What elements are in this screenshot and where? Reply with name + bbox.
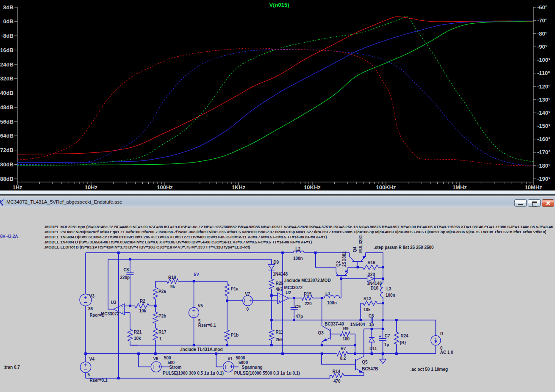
svg-text:-170°: -170°	[537, 149, 550, 155]
svg-text:V1: V1	[228, 356, 233, 361]
svg-text:+: +	[379, 334, 381, 339]
svg-text:R17: R17	[158, 330, 166, 334]
svg-text:Q2: Q2	[336, 261, 341, 267]
svg-text:R15: R15	[304, 292, 312, 296]
svg-text:L2: L2	[295, 247, 300, 251]
svg-text:I1: I1	[440, 331, 444, 336]
svg-text:{R}: {R}	[400, 340, 406, 345]
svg-text:D10: D10	[371, 286, 379, 290]
svg-text:8V~/3.2A: 8V~/3.2A	[0, 234, 18, 239]
svg-text:Q3: Q3	[318, 331, 324, 335]
svg-text:BC337-40: BC337-40	[325, 322, 344, 326]
svg-text:-32dB: -32dB	[0, 75, 14, 82]
svg-text:R25: R25	[276, 281, 284, 286]
svg-text:R2: R2	[140, 299, 145, 304]
svg-text:1KHz: 1KHz	[232, 184, 246, 190]
svg-text:Strom: Strom	[169, 365, 182, 370]
svg-text:5000: 5000	[239, 360, 248, 365]
svg-text:.step param R list 25 250 2500: .step param R list 25 250 2500	[374, 245, 434, 250]
svg-text:V5: V5	[198, 304, 203, 308]
svg-text:R9: R9	[343, 326, 349, 331]
svg-text:.include TL431A.mod: .include TL431A.mod	[180, 347, 223, 352]
svg-text:100n: 100n	[327, 301, 337, 305]
svg-text:0dB: 0dB	[3, 18, 14, 25]
svg-text:Q4: Q4	[352, 246, 357, 252]
svg-text:10k: 10k	[139, 309, 147, 313]
svg-text:-110°: -110°	[537, 70, 550, 76]
svg-text:5V: 5V	[194, 272, 200, 277]
svg-text:Rser=0.1: Rser=0.1	[90, 378, 108, 383]
svg-text:V4: V4	[89, 357, 95, 362]
svg-text:0.2: 0.2	[340, 356, 346, 361]
svg-text:100: 100	[342, 337, 350, 341]
svg-text:-: -	[279, 293, 280, 298]
svg-text:MC33072: MC33072	[101, 312, 119, 316]
svg-text:220: 220	[305, 301, 312, 306]
svg-text:-80°: -80°	[537, 30, 547, 37]
svg-text:36: 36	[88, 306, 93, 311]
svg-text:8dB: 8dB	[3, 4, 14, 11]
svg-text:1N4148: 1N4148	[367, 281, 382, 286]
svg-text:D9: D9	[273, 260, 279, 265]
svg-text:MC33072: MC33072	[284, 285, 303, 290]
svg-text:47p: 47p	[296, 314, 303, 319]
svg-text:MJL3281: MJL3281	[358, 235, 363, 253]
svg-text:L1: L1	[325, 291, 330, 296]
svg-text:-160°: -160°	[537, 136, 550, 142]
svg-text:100n: 100n	[293, 256, 303, 261]
svg-text:220p: 220p	[120, 275, 130, 280]
svg-text:-88dB: -88dB	[0, 176, 14, 182]
svg-text:.MODEL 1N5404 D(IS=2.61339e-12: .MODEL 1N5404 D(IS=2.61339e-12 RS=0.0110…	[44, 235, 327, 239]
svg-text:AC 1 0: AC 1 0	[440, 350, 454, 355]
svg-text:D11: D11	[369, 346, 377, 351]
svg-text:1µ: 1µ	[384, 342, 389, 347]
svg-text:9k: 9k	[170, 284, 175, 289]
svg-text:1Hz: 1Hz	[12, 184, 22, 190]
svg-text:100KHz: 100KHz	[376, 184, 396, 190]
svg-text:R18: R18	[168, 275, 176, 280]
svg-text:.MODEL 1N4004 D (IS=5.31656e-0: .MODEL 1N4004 D (IS=5.31656e-08 RS=0.039…	[44, 240, 312, 244]
svg-text:-8dB: -8dB	[1, 33, 14, 39]
svg-text:R24: R24	[400, 334, 408, 338]
svg-text:P1b: P1b	[231, 333, 239, 337]
svg-text:C7: C7	[385, 334, 390, 338]
svg-text:V7: V7	[245, 292, 250, 296]
svg-text:100n: 100n	[386, 293, 395, 298]
svg-text:220: 220	[368, 272, 375, 277]
svg-text:-120°: -120°	[537, 83, 550, 90]
svg-text:C9: C9	[295, 304, 301, 309]
svg-text:P2a: P2a	[158, 289, 166, 294]
svg-text:500: 500	[168, 360, 175, 365]
svg-text:PULSE(1000 300 0.5 1u 1u 0.1): PULSE(1000 300 0.5 1u 1u 0.1)	[163, 371, 224, 375]
svg-text:-56dB: -56dB	[0, 119, 14, 125]
svg-text:R16: R16	[367, 260, 375, 265]
svg-text:1N4148: 1N4148	[273, 272, 288, 276]
svg-text:R11: R11	[276, 330, 283, 334]
svg-text:500: 500	[164, 356, 171, 360]
svg-text:.ac oct 50 1 10meg: .ac oct 50 1 10meg	[411, 367, 448, 372]
svg-text:.MODEL 2SD882 NPN(Is=282f Xti=: .MODEL 2SD882 NPN(Is=282f Xti=3 Eg=1.11 …	[44, 229, 546, 234]
svg-text:-180°: -180°	[537, 163, 550, 169]
svg-text:Rser=0.1: Rser=0.1	[198, 323, 216, 328]
svg-text:R12: R12	[364, 296, 372, 301]
svg-text:100Hz: 100Hz	[157, 184, 173, 190]
svg-text:-: -	[122, 304, 123, 309]
svg-text:4k7: 4k7	[276, 287, 283, 292]
svg-text:1: 1	[159, 337, 162, 341]
svg-text:P1a: P1a	[231, 287, 239, 291]
svg-text:C8: C8	[123, 268, 129, 272]
svg-text:2k5: 2k5	[276, 337, 283, 342]
svg-text:PULSE(10000 5500 0.3 1u 1u 0.1: PULSE(10000 5500 0.3 1u 1u 0.1)	[234, 371, 300, 375]
svg-text:L3: L3	[386, 287, 391, 291]
svg-text:0: 0	[247, 307, 249, 312]
svg-text:R14: R14	[333, 369, 341, 374]
svg-text:-70°: -70°	[537, 17, 547, 24]
svg-text:1MHz: 1MHz	[452, 184, 467, 190]
svg-text:R21: R21	[134, 330, 142, 334]
svg-text:;tran 0.7: ;tran 0.7	[3, 365, 20, 370]
svg-text:V6: V6	[153, 356, 158, 361]
svg-text:-48dB: -48dB	[0, 104, 14, 110]
svg-text:5: 5	[88, 373, 90, 377]
svg-text:-130°: -130°	[537, 97, 550, 103]
svg-text:.include MC33072.MOD: .include MC33072.MOD	[284, 278, 331, 283]
